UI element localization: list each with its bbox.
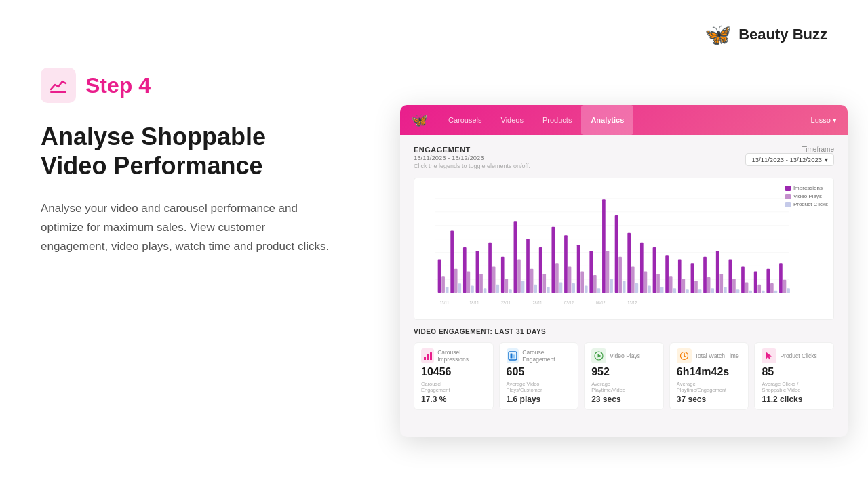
engagement-header: ENGAGEMENT 13/11/2023 - 13/12/2023 Click… [414,146,834,175]
svg-rect-89 [741,266,745,293]
engagement-chart: 90 80 70 60 50 40 30 20 [414,178,834,320]
svg-rect-21 [454,269,458,293]
svg-rect-25 [471,285,474,293]
svg-rect-29 [488,243,492,293]
watch-time-title: Total Watch Time [695,352,739,359]
svg-rect-85 [724,287,727,293]
nav-user-menu[interactable]: Lusso ▾ [811,116,837,125]
description-text: Analyse your video and carousel performa… [41,199,332,256]
svg-rect-90 [745,282,749,293]
svg-rect-79 [698,289,702,293]
svg-rect-44 [551,227,555,293]
svg-rect-65 [640,243,644,293]
carousel-impressions-title: Carousel Impressions [437,349,486,363]
legend-dot-impressions [785,186,791,191]
carousel-engagement-value: 605 [507,366,572,378]
watch-time-sub-label: AveragePlaytime/Engagement [677,381,742,393]
legend-impressions: Impressions [785,185,828,191]
brand-header: 🦋 Beauty Buzz [705,22,827,47]
watch-time-value: 6h14m42s [677,366,742,378]
svg-rect-66 [644,271,648,293]
svg-text:13/11: 13/11 [439,301,450,305]
svg-rect-94 [762,291,765,293]
svg-rect-20 [450,231,454,293]
svg-rect-68 [653,247,656,293]
stat-card-carousel-impressions: Carousel Impressions 10456 CarouselEngag… [414,342,494,410]
svg-rect-77 [691,263,694,293]
svg-text:18/11: 18/11 [469,301,479,305]
bar-chart-svg: 90 80 70 60 50 40 30 20 [435,185,827,306]
stats-grid: Carousel Impressions 10456 CarouselEngag… [414,342,834,410]
svg-rect-17 [438,259,441,293]
svg-rect-100 [787,288,790,293]
svg-rect-41 [539,247,542,293]
legend-video-plays: Video Plays [785,193,828,199]
carousel-impressions-sub-label: CarouselEngagement [421,381,486,393]
stat-card-product-clicks: Product Clicks 85 Average Clicks /Shoppa… [754,342,834,410]
svg-rect-60 [618,257,622,293]
chevron-down-icon: ▾ [825,156,828,163]
nav-item-videos[interactable]: Videos [492,105,533,135]
watch-time-icon [677,348,692,363]
video-plays-value: 952 [591,366,656,378]
dashboard-mockup: 🦋 Carousels Videos Products Analytics Lu… [400,105,848,437]
svg-rect-91 [749,291,752,293]
carousel-engagement-sub-label: Average VideoPlays/Customer [507,381,572,393]
svg-rect-71 [665,255,669,293]
timeframe-value: 13/11/2023 - 13/12/2023 [751,156,822,163]
svg-rect-37 [521,281,525,293]
product-clicks-icon [762,348,776,363]
watch-time-sub-value: 37 secs [677,394,742,404]
svg-rect-52 [585,285,588,293]
svg-rect-36 [517,260,521,293]
svg-rect-18 [441,276,445,293]
dashboard-body: ENGAGEMENT 13/11/2023 - 13/12/2023 Click… [400,135,848,418]
svg-rect-61 [623,281,626,293]
svg-rect-96 [770,283,774,293]
carousel-impressions-sub-value: 17.3 % [421,394,486,404]
svg-rect-87 [732,279,736,293]
timeframe-picker[interactable]: 13/11/2023 - 13/12/2023 ▾ [745,153,834,166]
svg-rect-64 [635,283,639,293]
svg-rect-72 [669,276,673,293]
svg-rect-83 [716,251,719,293]
product-clicks-sub-label: Average Clicks /Shoppable Video [762,381,827,393]
video-plays-sub-value: 23 secs [591,394,656,404]
svg-rect-95 [766,269,770,293]
svg-rect-84 [719,274,723,293]
video-plays-title: Video Plays [610,352,640,359]
svg-rect-19 [446,287,449,293]
svg-text:23/11: 23/11 [501,301,511,305]
svg-rect-50 [577,245,580,293]
svg-text:28/11: 28/11 [533,301,543,305]
svg-text:03/12: 03/12 [564,301,574,305]
timeframe-label: Timeframe [745,146,834,153]
brand-name: Beauty Buzz [738,26,827,43]
svg-rect-78 [694,281,698,293]
svg-rect-56 [602,199,606,293]
nav-item-carousels[interactable]: Carousels [439,105,492,135]
svg-marker-115 [598,354,601,358]
stat-card-watch-time: Total Watch Time 6h14m42s AveragePlaytim… [669,342,749,410]
product-clicks-sub-value: 11.2 clicks [762,394,827,404]
svg-rect-55 [597,288,601,293]
carousel-engagement-sub-value: 1.6 plays [507,394,572,404]
svg-rect-40 [534,285,537,293]
nav-item-products[interactable]: Products [533,105,581,135]
step-icon-box [41,68,76,103]
svg-rect-49 [572,283,575,293]
svg-rect-28 [484,288,487,293]
svg-rect-34 [509,289,512,293]
chart-legend: Impressions Video Plays Product Clicks [785,185,828,207]
svg-rect-67 [648,285,651,293]
legend-label-impressions: Impressions [793,185,823,191]
svg-rect-108 [424,357,426,360]
nav-item-analytics[interactable]: Analytics [581,105,633,135]
engagement-title: ENGAGEMENT [414,146,530,154]
svg-rect-22 [458,283,461,293]
svg-rect-92 [754,271,757,293]
svg-rect-24 [467,271,471,293]
svg-rect-80 [703,257,707,293]
svg-rect-51 [580,271,584,293]
svg-rect-99 [783,280,787,293]
